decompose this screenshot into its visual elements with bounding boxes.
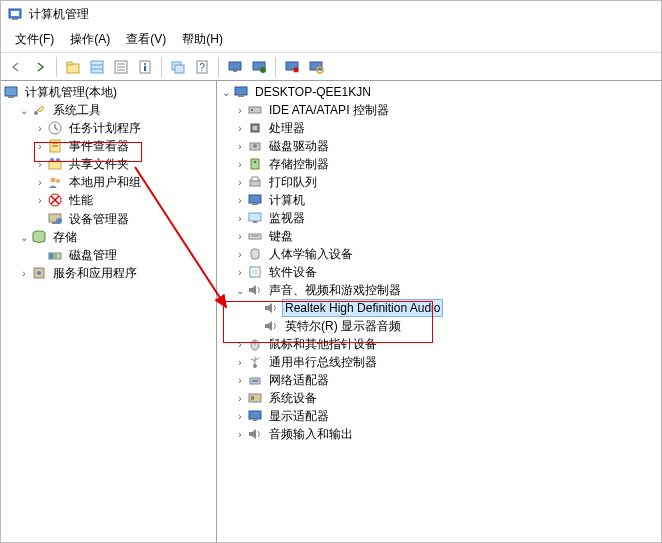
properties-button[interactable] — [134, 56, 156, 78]
device-root[interactable]: ⌄ DESKTOP-QEE1KJN — [217, 83, 661, 101]
menu-file[interactable]: 文件(F) — [7, 28, 62, 51]
device-label: IDE ATA/ATAPI 控制器 — [267, 101, 391, 120]
back-button[interactable] — [5, 56, 27, 78]
twisty-closed-icon[interactable]: › — [233, 265, 247, 279]
network-icon — [247, 372, 263, 388]
device-label: 显示适配器 — [267, 407, 331, 426]
menu-view[interactable]: 查看(V) — [118, 28, 174, 51]
task-scheduler[interactable]: › 任务计划程序 — [1, 119, 216, 137]
device-label: 监视器 — [267, 209, 307, 228]
twisty-closed-icon[interactable]: › — [33, 121, 47, 135]
device-category[interactable]: ›系统设备 — [217, 389, 661, 407]
device-category[interactable]: ›计算机 — [217, 191, 661, 209]
device-category[interactable]: ›处理器 — [217, 119, 661, 137]
app-icon — [7, 6, 23, 22]
sound-controllers[interactable]: ⌄ 声音、视频和游戏控制器 — [217, 281, 661, 299]
device-category[interactable]: ›鼠标和其他指针设备 — [217, 335, 661, 353]
realtek-audio[interactable]: Realtek High Definition Audio — [217, 299, 661, 317]
forward-button[interactable] — [29, 56, 51, 78]
twisty-closed-icon[interactable]: › — [33, 139, 47, 153]
svg-point-36 — [51, 178, 56, 183]
twisty-closed-icon[interactable]: › — [233, 103, 247, 117]
twisty-closed-icon[interactable]: › — [233, 391, 247, 405]
device-category[interactable]: ›通用串行总线控制器 — [217, 353, 661, 371]
twisty-closed-icon[interactable]: › — [33, 157, 47, 171]
clock-icon — [47, 120, 63, 136]
disk-management[interactable]: 磁盘管理 — [1, 246, 216, 264]
svg-rect-61 — [249, 213, 261, 221]
svg-rect-16 — [175, 65, 184, 73]
right-tree[interactable]: ⌄ DESKTOP-QEE1KJN ›IDE ATA/ATAPI 控制器›处理器… — [217, 81, 661, 542]
refresh-button[interactable] — [248, 56, 270, 78]
device-category[interactable]: ›键盘 — [217, 227, 661, 245]
device-category[interactable]: ›磁盘驱动器 — [217, 137, 661, 155]
up-button[interactable] — [62, 56, 84, 78]
twisty-closed-icon[interactable]: › — [233, 193, 247, 207]
twisty-open-icon[interactable]: ⌄ — [219, 85, 233, 99]
twisty-closed-icon[interactable]: › — [233, 373, 247, 387]
device-label: 通用串行总线控制器 — [267, 353, 379, 372]
twisty-closed-icon[interactable]: › — [233, 409, 247, 423]
svg-rect-33 — [49, 161, 61, 169]
twisty-closed-icon[interactable]: › — [233, 175, 247, 189]
svg-point-56 — [254, 161, 257, 164]
view-list-button[interactable] — [86, 56, 108, 78]
device-category[interactable]: ›网络适配器 — [217, 371, 661, 389]
twisty-closed-icon[interactable]: › — [233, 427, 247, 441]
software-icon — [247, 264, 263, 280]
device-category[interactable]: ›音频输入和输出 — [217, 425, 661, 443]
device-category[interactable]: ›人体学输入设备 — [217, 245, 661, 263]
twisty-closed-icon[interactable]: › — [233, 121, 247, 135]
twisty-open-icon[interactable]: ⌄ — [17, 230, 31, 244]
device-category[interactable]: ›IDE ATA/ATAPI 控制器 — [217, 101, 661, 119]
device-manager[interactable]: 设备管理器 — [1, 210, 216, 228]
ide-icon — [247, 102, 263, 118]
performance[interactable]: › 性能 — [1, 191, 216, 209]
intel-audio[interactable]: 英特尔(R) 显示器音频 — [217, 317, 661, 335]
device-category[interactable]: ›打印队列 — [217, 173, 661, 191]
services-apps[interactable]: › 服务和应用程序 — [1, 264, 216, 282]
system-tools[interactable]: ⌄ 系统工具 — [1, 101, 216, 119]
tree-root[interactable]: 计算机管理(本地) — [1, 83, 216, 101]
twisty-closed-icon[interactable]: › — [233, 337, 247, 351]
twisty-closed-icon[interactable]: › — [233, 139, 247, 153]
svg-rect-77 — [251, 396, 254, 400]
device-category[interactable]: ›显示适配器 — [217, 407, 661, 425]
twisty-closed-icon[interactable]: › — [233, 247, 247, 261]
help-button[interactable]: ? — [191, 56, 213, 78]
content-area: 计算机管理(本地) ⌄ 系统工具 › 任务计划程序 › 事件查看器 › 共享文件… — [1, 81, 661, 542]
local-users[interactable]: › 本地用户和组 — [1, 173, 216, 191]
twisty-closed-icon[interactable]: › — [233, 355, 247, 369]
scan-button[interactable] — [305, 56, 327, 78]
twisty-closed-icon[interactable]: › — [233, 229, 247, 243]
svg-rect-14 — [144, 66, 146, 71]
details-button[interactable] — [110, 56, 132, 78]
twisty-closed-icon[interactable]: › — [33, 175, 47, 189]
menu-help[interactable]: 帮助(H) — [174, 28, 231, 51]
left-tree[interactable]: 计算机管理(本地) ⌄ 系统工具 › 任务计划程序 › 事件查看器 › 共享文件… — [1, 81, 217, 542]
svg-point-28 — [34, 111, 38, 115]
uninstall-button[interactable] — [281, 56, 303, 78]
menu-action[interactable]: 操作(A) — [62, 28, 118, 51]
device-category[interactable]: ›软件设备 — [217, 263, 661, 281]
svg-rect-2 — [12, 18, 18, 20]
twisty-closed-icon[interactable]: › — [233, 157, 247, 171]
device-label: 键盘 — [267, 227, 295, 246]
twisty-closed-icon[interactable]: › — [17, 266, 31, 280]
window-button[interactable] — [167, 56, 189, 78]
refresh-monitor-button[interactable] — [224, 56, 246, 78]
device-category[interactable]: ›存储控制器 — [217, 155, 661, 173]
device-category[interactable]: ›监视器 — [217, 209, 661, 227]
event-viewer[interactable]: › 事件查看器 — [1, 137, 216, 155]
twisty-closed-icon[interactable]: › — [233, 211, 247, 225]
twisty-closed-icon[interactable]: › — [33, 193, 47, 207]
perf-icon — [47, 192, 63, 208]
device-label: 存储控制器 — [267, 155, 331, 174]
svg-line-72 — [251, 359, 255, 361]
device-label: 软件设备 — [267, 263, 319, 282]
storage[interactable]: ⌄ 存储 — [1, 228, 216, 246]
twisty-open-icon[interactable]: ⌄ — [233, 283, 247, 297]
svg-point-47 — [37, 271, 41, 275]
twisty-open-icon[interactable]: ⌄ — [17, 103, 31, 117]
shared-folders[interactable]: › 共享文件夹 — [1, 155, 216, 173]
